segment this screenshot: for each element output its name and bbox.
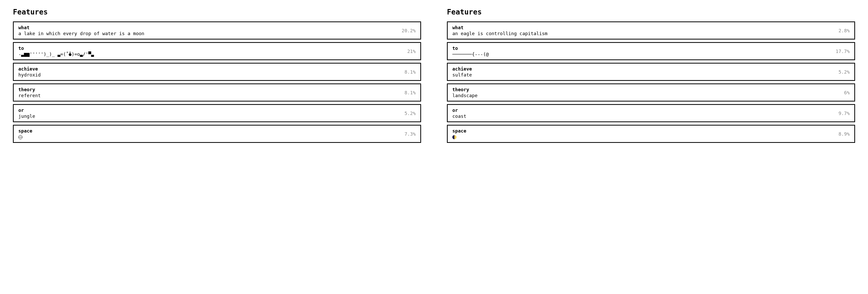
- feature-percent: 8.1%: [405, 90, 416, 95]
- feature-percent: 17.7%: [836, 49, 850, 54]
- feature-value: an eagle is controlling capitalism: [452, 31, 833, 36]
- feature-value: coast: [452, 113, 833, 119]
- feature-label: or: [452, 108, 833, 113]
- feature-value: hydroxid: [18, 72, 399, 78]
- feature-percent: 9.7%: [839, 111, 850, 116]
- feature-item[interactable]: what an eagle is controlling capitalism …: [447, 22, 855, 39]
- feature-item[interactable]: to -▃▆▆''''')̲)̲ ▃=(˚̊●)=o▃/'▀▃ 21%: [13, 42, 421, 60]
- globe-icon: [18, 135, 23, 139]
- feature-item[interactable]: achieve sulfate 5.2%: [447, 63, 855, 81]
- feature-item[interactable]: to ───────{---(@ 17.7%: [447, 42, 855, 60]
- feature-percent: 8.1%: [405, 69, 416, 75]
- feature-content: what an eagle is controlling capitalism: [452, 25, 833, 36]
- features-column-left: Features what a lake in which every drop…: [13, 8, 421, 143]
- feature-value: jungle: [18, 113, 399, 119]
- feature-item[interactable]: what a lake in which every drop of water…: [13, 22, 421, 39]
- feature-percent: 21%: [407, 49, 416, 54]
- feature-label: to: [18, 46, 402, 51]
- feature-label: to: [452, 46, 831, 51]
- feature-content: what a lake in which every drop of water…: [18, 25, 397, 36]
- feature-label: theory: [18, 87, 399, 92]
- feature-percent: 7.3%: [405, 131, 416, 137]
- section-title: Features: [447, 8, 855, 16]
- feature-label: theory: [452, 87, 839, 92]
- feature-label: achieve: [452, 66, 833, 71]
- feature-content: or jungle: [18, 108, 399, 119]
- feature-value: -▃▆▆''''')̲)̲ ▃=(˚̊●)=o▃/'▀▃: [18, 51, 402, 57]
- feature-value: [18, 134, 399, 140]
- feature-list: what a lake in which every drop of water…: [13, 22, 421, 143]
- feature-value: sulfate: [452, 72, 833, 78]
- feature-content: theory landscape: [452, 87, 839, 98]
- feature-item[interactable]: space 7.3%: [13, 125, 421, 143]
- feature-item[interactable]: or jungle 5.2%: [13, 104, 421, 122]
- feature-content: achieve hydroxid: [18, 66, 399, 78]
- feature-content: space: [452, 128, 833, 140]
- feature-item[interactable]: theory referent 8.1%: [13, 84, 421, 101]
- features-column-right: Features what an eagle is controlling ca…: [447, 8, 855, 143]
- feature-value: referent: [18, 93, 399, 98]
- feature-list: what an eagle is controlling capitalism …: [447, 22, 855, 143]
- feature-content: space: [18, 128, 399, 140]
- section-title: Features: [13, 8, 421, 16]
- halfmoon-icon: [452, 135, 457, 139]
- feature-label: what: [18, 25, 397, 30]
- feature-percent: 6%: [844, 90, 850, 95]
- feature-value: [452, 134, 833, 140]
- feature-item[interactable]: theory landscape 6%: [447, 84, 855, 101]
- feature-percent: 5.2%: [839, 69, 850, 75]
- feature-content: to -▃▆▆''''')̲)̲ ▃=(˚̊●)=o▃/'▀▃: [18, 46, 402, 57]
- feature-percent: 5.2%: [405, 111, 416, 116]
- feature-label: space: [452, 128, 833, 134]
- feature-item[interactable]: space 8.9%: [447, 125, 855, 143]
- feature-item[interactable]: achieve hydroxid 8.1%: [13, 63, 421, 81]
- feature-label: what: [452, 25, 833, 30]
- feature-label: space: [18, 128, 399, 134]
- feature-percent: 2.8%: [839, 28, 850, 33]
- feature-content: or coast: [452, 108, 833, 119]
- feature-value: landscape: [452, 93, 839, 98]
- feature-value: a lake in which every drop of water is a…: [18, 31, 397, 36]
- feature-content: achieve sulfate: [452, 66, 833, 78]
- feature-content: theory referent: [18, 87, 399, 98]
- feature-label: or: [18, 108, 399, 113]
- feature-label: achieve: [18, 66, 399, 71]
- feature-value: ───────{---(@: [452, 51, 831, 57]
- features-container: Features what a lake in which every drop…: [13, 8, 855, 143]
- feature-content: to ───────{---(@: [452, 46, 831, 57]
- feature-percent: 20.2%: [402, 28, 416, 33]
- feature-item[interactable]: or coast 9.7%: [447, 104, 855, 122]
- feature-percent: 8.9%: [839, 131, 850, 137]
